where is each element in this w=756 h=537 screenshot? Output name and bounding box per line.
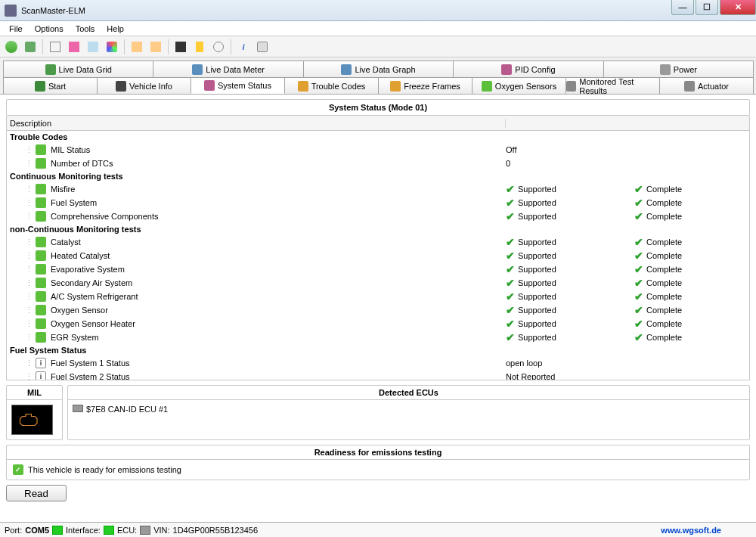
chip-icon [73,405,83,412]
read-button[interactable]: Read [6,485,67,501]
readiness-text: This vehicle is ready for emissions test… [28,465,181,474]
tool-4-icon[interactable] [66,39,82,55]
ecu-title: Detected ECUs [68,386,749,400]
window-title: ScanMaster-ELM [21,6,85,15]
port-label: Port: [5,526,22,535]
tab-pid-config[interactable]: PID Config [453,61,603,77]
grid-row[interactable]: ⋮Heated Catalyst✔Supported✔Complete [7,249,749,262]
tab-vehicle-info[interactable]: Vehicle Info [97,77,191,94]
tab-live-data-grid[interactable]: Live Data Grid [3,61,153,77]
row-value-1: Supported [518,306,556,315]
toolbar: i [0,36,756,57]
tab-label: Oxygen Sensors [495,82,556,91]
info-icon: i [36,358,46,368]
tool-7-icon[interactable] [129,39,145,55]
tab-start[interactable]: Start [3,77,98,94]
panel-title: System Status (Mode 01) [6,99,750,116]
minimize-button[interactable]: — [671,0,694,15]
check-icon: ✔ [634,290,643,303]
grid-header: Description [6,116,750,131]
tab-live-data-graph[interactable]: Live Data Graph [303,61,454,77]
check-icon: ✔ [634,183,643,195]
grid-row[interactable]: ⋮Oxygen Sensor✔Supported✔Complete [7,303,749,317]
grid-row[interactable]: ⋮A/C System Refrigerant✔Supported✔Comple… [7,290,749,303]
grid-row[interactable]: ⋮iFuel System 2 StatusNot Reported [7,370,749,380]
grid-row[interactable]: ⋮MIL StatusOff [7,143,749,157]
grid-section-header: Fuel System Status [7,344,749,356]
grid-row[interactable]: ⋮Fuel System✔Supported✔Complete [7,196,749,210]
grid-row[interactable]: ⋮Number of DTCs0 [7,157,749,170]
grid-row[interactable]: ⋮Oxygen Sensor Heater✔Supported✔Complete [7,317,749,331]
tool-6-icon[interactable] [104,39,120,55]
tab-label: System Status [218,81,271,90]
tool-9-icon[interactable] [172,39,189,55]
check-icon: ✔ [506,277,515,289]
row-label: Oxygen Sensor Heater [51,319,135,328]
col-description: Description [7,119,506,128]
tab-icon [35,81,45,92]
row-value-2: Complete [646,237,682,247]
row-value-2: Complete [646,306,682,315]
menu-tools[interactable]: Tools [70,23,101,35]
check-icon: ✔ [506,183,515,195]
website-link[interactable]: www.wgsoft.de [661,526,721,535]
tab-label: Live Data Grid [59,65,112,74]
ecu-led-icon [140,526,150,535]
info-icon: i [36,371,46,380]
tab-label: Actuator [698,82,729,91]
row-value-2: Complete [646,278,682,287]
ecu-item: $7E8 CAN-ID ECU #1 [86,405,168,414]
tab-power[interactable]: Power [603,61,754,77]
row-label: EGR System [51,333,99,342]
ecu-list[interactable]: $7E8 CAN-ID ECU #1 [68,400,749,438]
tab-actuator[interactable]: Actuator [659,77,754,94]
menu-file[interactable]: File [3,23,29,35]
grid-row[interactable]: ⋮iFuel System 1 Statusopen loop [7,356,749,370]
status-bar: Port: COM5 Interface: ECU: VIN: 1D4GP00R… [0,522,756,537]
check-icon: ✔ [506,210,515,222]
grid-body[interactable]: Trouble Codes⋮MIL StatusOff⋮Number of DT… [6,131,750,380]
check-icon: ✔ [634,210,643,222]
tab-system-status[interactable]: System Status [191,77,285,94]
row-label: Fuel System 2 Status [51,372,130,380]
grid-row[interactable]: ⋮Evaporative System✔Supported✔Complete [7,262,749,276]
tab-monitored-test-results[interactable]: Monitored Test Results [565,77,660,94]
menu-help[interactable]: Help [101,23,130,35]
tool-2-icon[interactable] [22,39,39,55]
grid-row[interactable]: ⋮Misfire✔Supported✔Complete [7,182,749,196]
tool-11-icon[interactable] [210,39,227,55]
maximize-button[interactable]: ☐ [696,0,718,15]
tab-icon [204,80,215,91]
row-value-1: Supported [518,185,556,194]
grid-row[interactable]: ⋮EGR System✔Supported✔Complete [7,331,749,344]
row-label: Catalyst [51,237,81,247]
check-icon: ✔ [506,318,515,330]
row-label: Number of DTCs [51,159,113,168]
tool-info-icon[interactable]: i [235,39,252,55]
tool-3-icon[interactable] [47,39,64,55]
grid-row[interactable]: ⋮Secondary Air System✔Supported✔Complete [7,276,749,290]
tool-5-icon[interactable] [85,39,101,55]
row-value-2: Complete [646,198,682,207]
tab-freeze-frames[interactable]: Freeze Frames [378,77,472,94]
tool-exit-icon[interactable] [254,39,271,55]
close-button[interactable]: ✕ [720,0,756,15]
tab-oxygen-sensors[interactable]: Oxygen Sensors [472,77,566,94]
tab-icon [116,81,126,92]
row-value-1: Off [506,145,516,154]
tool-10-icon[interactable] [191,39,208,55]
tab-label: PID Config [515,65,555,74]
grid-row[interactable]: ⋮Comprehensive Components✔Supported✔Comp… [7,210,749,223]
row-value-2: Complete [646,333,682,342]
tool-8-icon[interactable] [147,39,164,55]
tool-connect-icon[interactable] [3,39,20,55]
tab-icon [298,81,308,92]
tab-trouble-codes[interactable]: Trouble Codes [284,77,379,94]
port-value: COM5 [25,526,49,535]
status-ok-icon [36,250,46,261]
menu-options[interactable]: Options [29,23,70,35]
grid-row[interactable]: ⋮Catalyst✔Supported✔Complete [7,235,749,249]
ready-check-icon: ✓ [13,464,23,475]
row-label: Fuel System [51,198,97,207]
tab-live-data-meter[interactable]: Live Data Meter [153,61,303,77]
